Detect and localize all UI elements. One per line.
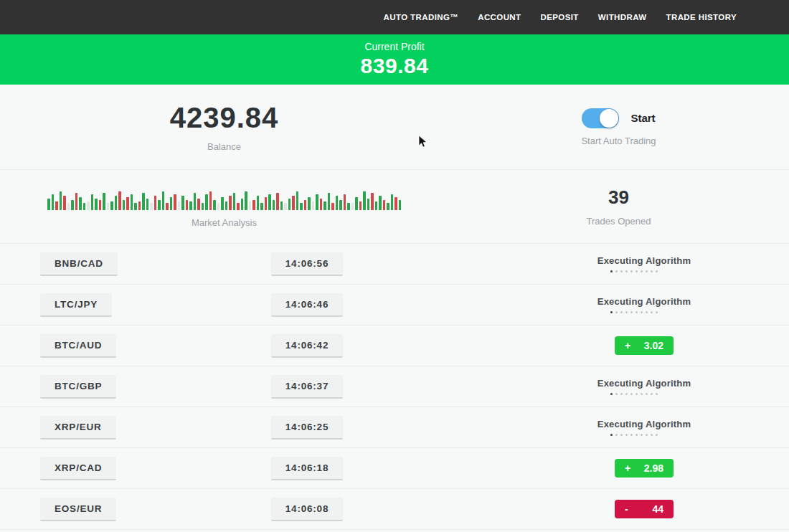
result-sign: + [625,340,630,351]
market-bar [288,199,291,210]
progress-dot [651,270,653,272]
market-bar [197,199,200,210]
market-bar [316,194,318,210]
market-bar [394,197,397,210]
balance-block: 4239.84 Balance [0,85,448,169]
result-badge: + 2.98 [615,459,674,478]
executing-status: Executing Algorithm [597,255,691,272]
progress-dot [625,434,628,436]
market-bar [110,201,113,210]
progress-dot [641,311,643,313]
market-analysis-label: Market Analysis [192,217,257,228]
executing-status: Executing Algorithm [597,419,691,436]
market-bar [359,201,362,210]
market-bar [296,191,299,210]
market-bar [367,199,370,210]
market-bar [399,200,402,210]
nav-deposit[interactable]: DEPOSIT [541,13,579,22]
market-bar [103,193,105,210]
market-bar [320,199,323,210]
market-bar [209,191,212,210]
market-bar [99,200,102,210]
auto-trading-toggle[interactable] [582,108,619,128]
market-bar [181,196,184,210]
result-sign: - [625,503,628,515]
market-bar [55,201,58,210]
market-bar [154,196,157,210]
market-bar [150,203,153,210]
progress-dot [615,311,618,313]
market-bar [91,194,94,210]
progress-dot [636,270,638,272]
progress-dot [656,270,658,272]
executing-label: Executing Algorithm [597,255,691,266]
toggle-knob-icon [600,109,618,128]
progress-dots [610,434,658,436]
current-profit-banner: Current Profit 839.84 [0,34,789,85]
nav-withdraw[interactable]: WITHDRAW [598,13,647,22]
market-bar [83,203,86,210]
trade-row: EOS/EUR 14:06:08 - 44 [0,489,789,530]
progress-dot [630,434,633,436]
progress-dot [620,311,623,313]
progress-dot [641,393,643,395]
market-bar [174,194,176,210]
current-profit-label: Current Profit [364,41,424,52]
balance-value: 4239.84 [170,102,279,134]
market-bar [241,199,244,210]
progress-dot [641,434,643,436]
market-bar [339,200,342,210]
result-badge: - 44 [615,500,674,518]
trades-opened-value: 39 [608,186,629,209]
market-bar [300,203,303,210]
market-bar [63,196,66,210]
market-bar [95,199,98,210]
trade-row: BTC/GBP 14:06:37 Executing Algorithm [0,366,789,407]
progress-dot [615,434,618,436]
result-value: 2.98 [644,462,663,474]
progress-dot [630,311,633,313]
progress-dot [615,393,618,395]
market-bar [123,200,126,210]
result-sign: + [625,462,630,474]
market-bar [328,193,331,210]
market-bar [225,201,228,210]
progress-dot [656,434,658,436]
progress-dot [630,270,633,272]
progress-dot [641,270,643,272]
market-bar [221,197,224,210]
result-badge: + 3.02 [615,336,674,355]
market-bar [217,203,220,210]
market-bar [273,200,275,210]
market-bar [260,203,263,210]
pair-badge: BTC/AUD [40,334,116,358]
time-badge: 14:06:37 [271,375,343,399]
market-bar [284,203,287,210]
nav-account[interactable]: ACCOUNT [478,13,521,22]
market-bar [138,201,141,210]
progress-dot [646,311,648,313]
market-bar [189,201,192,210]
nav-trade-history[interactable]: TRADE HISTORY [666,13,737,22]
progress-dot [651,434,653,436]
current-profit-value: 839.84 [361,54,429,78]
market-bar [347,203,350,210]
nav-auto-trading[interactable]: AUTO TRADING™ [384,13,459,22]
market-bar [158,200,161,210]
market-bar [87,201,90,210]
market-bar [351,203,354,210]
balance-label: Balance [207,141,241,152]
market-bar [170,197,173,210]
market-bar [276,193,279,210]
market-analysis-chart [47,186,401,210]
market-bar [265,197,268,210]
executing-label: Executing Algorithm [597,296,691,307]
market-bar [249,201,252,210]
market-bar [237,203,240,210]
market-bar [387,203,389,210]
progress-dot [620,270,623,272]
market-bar [118,191,121,210]
executing-status: Executing Algorithm [597,296,691,313]
result-value: 3.02 [644,340,663,351]
market-bar [375,201,378,210]
